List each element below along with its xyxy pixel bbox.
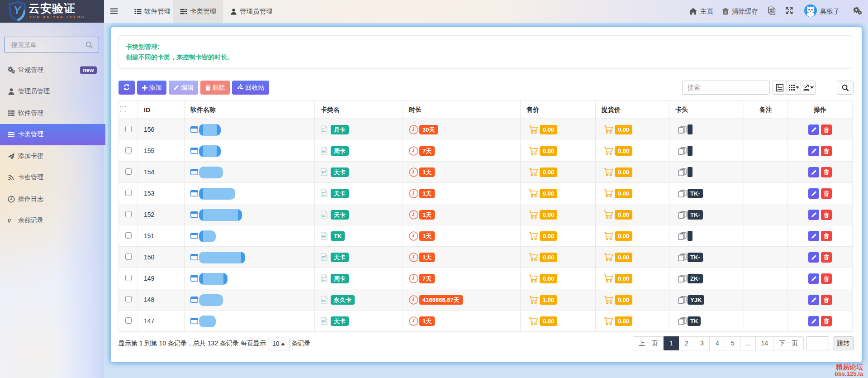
svg-text:Y: Y: [14, 4, 22, 16]
svg-text:文: 文: [769, 8, 773, 13]
